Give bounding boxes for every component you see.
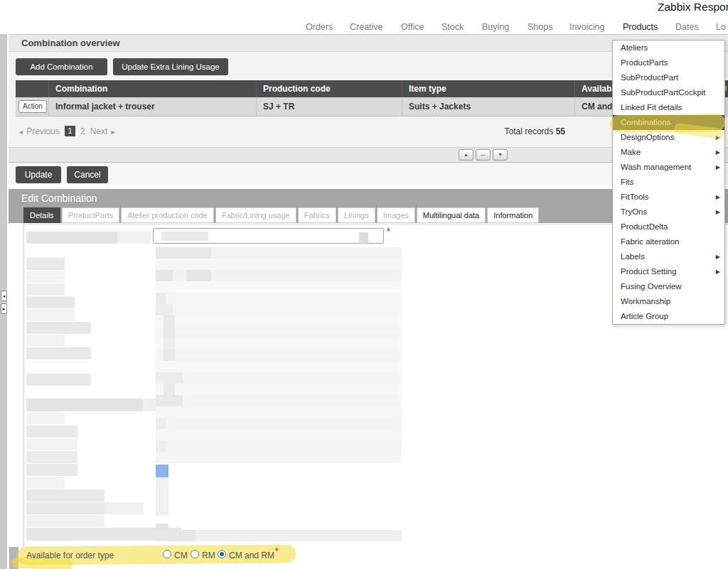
radio-cm-and-rm[interactable] bbox=[218, 550, 226, 558]
redacted-row bbox=[156, 293, 166, 304]
radio-cm-label[interactable]: CM bbox=[174, 551, 188, 560]
redacted-label bbox=[26, 347, 91, 359]
redacted-row bbox=[156, 259, 402, 270]
menu-item-subproductpart[interactable]: SubProductPart bbox=[613, 70, 724, 85]
menu-item-fittools[interactable]: FitTools▶ bbox=[613, 190, 724, 205]
menu-item-fabric-alteration[interactable]: Fabric alteration bbox=[613, 234, 724, 249]
redacted-label bbox=[26, 451, 77, 463]
redacted-label bbox=[26, 438, 77, 450]
submenu-arrow-icon: ▶ bbox=[716, 130, 720, 145]
redacted-label bbox=[26, 271, 65, 283]
redacted-row bbox=[156, 293, 402, 304]
nav-invoicing[interactable]: Invoicing bbox=[569, 22, 604, 32]
redacted-label bbox=[26, 296, 75, 308]
nav-logout[interactable]: Lo bbox=[716, 22, 726, 32]
redacted-label bbox=[26, 489, 105, 502]
radio-rm-label[interactable]: RM bbox=[202, 551, 215, 560]
redacted-row bbox=[156, 440, 166, 452]
redacted-row bbox=[156, 361, 402, 372]
menu-item-product-setting[interactable]: Product Setting▶ bbox=[613, 264, 724, 279]
tab-information[interactable]: Information bbox=[487, 207, 539, 223]
menu-item-designoptions[interactable]: DesignOptions▶ bbox=[613, 130, 724, 145]
tab-multilingual-data[interactable]: Multilingual data bbox=[417, 207, 486, 223]
menu-item-subproductpartcockpit[interactable]: SubProductPartCockpit bbox=[613, 85, 724, 100]
tab-linings: Linings bbox=[338, 207, 375, 223]
menu-item-workmanship[interactable]: Workmanship bbox=[613, 294, 724, 309]
submenu-arrow-icon: ▶ bbox=[716, 160, 720, 175]
prev-arrow-icon: ◄ bbox=[18, 129, 24, 136]
menu-item-labels[interactable]: Labels▶ bbox=[613, 249, 724, 264]
previous-page-link[interactable]: ◄ Previous bbox=[18, 126, 60, 136]
column-header-item-type: Item type bbox=[402, 80, 574, 97]
selected-cell[interactable] bbox=[156, 465, 168, 477]
page-1-current[interactable]: 1 bbox=[65, 126, 75, 136]
splitter-up-button[interactable]: ▲ bbox=[459, 149, 473, 161]
menu-item-linked-fit-details[interactable]: Linked Fit details bbox=[613, 100, 724, 115]
add-combination-button[interactable]: Add Combination bbox=[16, 58, 107, 75]
nav-stock[interactable]: Stock bbox=[441, 22, 464, 32]
menu-item-productparts[interactable]: ProductParts bbox=[613, 55, 724, 70]
menu-item-fusing-overview[interactable]: Fusing Overview bbox=[613, 279, 724, 294]
redacted-row bbox=[156, 270, 173, 281]
products-dropdown-menu: Ateliers ProductParts SubProductPart Sub… bbox=[612, 40, 725, 325]
menu-item-productdelta[interactable]: ProductDelta bbox=[613, 220, 724, 234]
collapse-icon: — bbox=[481, 152, 486, 157]
menu-item-wash-management[interactable]: Wash management▶ bbox=[613, 160, 724, 175]
menu-item-make[interactable]: Make▶ bbox=[613, 145, 724, 160]
menu-item-ateliers[interactable]: Ateliers bbox=[613, 40, 724, 55]
tab-images: Images bbox=[377, 207, 415, 223]
menu-item-tryons[interactable]: TryOns▶ bbox=[613, 205, 724, 220]
panel-collapse-left-button[interactable]: ◄ bbox=[1, 291, 7, 301]
radio-cm[interactable] bbox=[163, 550, 171, 558]
redacted-row bbox=[156, 395, 402, 406]
redacted-row bbox=[164, 315, 175, 327]
pagination: ◄ Previous 1 2 Next ► bbox=[18, 125, 117, 137]
right-arrow-icon: ► bbox=[2, 307, 6, 311]
required-marker: * bbox=[387, 227, 390, 237]
next-page-link[interactable]: Next ► bbox=[90, 126, 117, 136]
redacted-label bbox=[26, 232, 117, 244]
nav-creative[interactable]: Creative bbox=[350, 22, 383, 32]
total-records-label: Total records bbox=[505, 126, 554, 136]
nav-office[interactable]: Office bbox=[401, 22, 424, 32]
submenu-arrow-icon: ▶ bbox=[716, 264, 720, 279]
page-2-link[interactable]: 2 bbox=[80, 126, 85, 136]
radio-cm-and-rm-label[interactable]: CM and RM bbox=[229, 551, 274, 560]
tab-productparts: ProductParts bbox=[62, 207, 120, 223]
redacted-row bbox=[156, 384, 402, 395]
update-button[interactable]: Update bbox=[16, 166, 61, 183]
total-records: Total records 55 bbox=[505, 126, 565, 136]
redacted-row bbox=[164, 327, 175, 338]
panel-expand-right-button[interactable]: ► bbox=[1, 303, 7, 314]
edit-tabs: Details ProductParts Atelier production … bbox=[23, 207, 539, 223]
tab-fabrics: Fabrics bbox=[298, 207, 336, 223]
nav-shops[interactable]: Shops bbox=[528, 22, 552, 32]
redacted-row bbox=[156, 349, 402, 361]
nav-dates[interactable]: Dates bbox=[675, 22, 699, 32]
redacted-label bbox=[26, 502, 105, 514]
nav-products[interactable]: Products bbox=[623, 22, 658, 32]
total-records-value: 55 bbox=[556, 126, 565, 136]
update-extra-lining-usage-button[interactable]: Update Extra Lining Usage bbox=[113, 58, 228, 75]
tab-details[interactable]: Details bbox=[23, 207, 60, 223]
required-marker: * bbox=[275, 546, 279, 556]
action-button[interactable]: Action bbox=[18, 100, 47, 113]
splitter-collapse-button[interactable]: — bbox=[476, 149, 491, 161]
submenu-arrow-icon: ▶ bbox=[716, 249, 720, 264]
redacted-row bbox=[156, 304, 173, 315]
redacted-label bbox=[26, 515, 105, 527]
bottom-left-scroll-strip bbox=[9, 547, 18, 569]
redacted-label bbox=[26, 258, 65, 270]
nav-orders[interactable]: Orders bbox=[306, 22, 333, 32]
submenu-arrow-icon: ▶ bbox=[716, 205, 720, 220]
menu-item-fits[interactable]: Fits bbox=[613, 175, 724, 190]
cancel-button[interactable]: Cancel bbox=[67, 166, 108, 183]
radio-rm[interactable] bbox=[191, 550, 199, 558]
overview-title: Combination overview bbox=[21, 38, 120, 48]
menu-item-combinations[interactable]: Combinations bbox=[613, 115, 724, 130]
splitter-down-button[interactable]: ▼ bbox=[493, 149, 508, 161]
next-arrow-icon: ► bbox=[110, 129, 117, 136]
nav-buying[interactable]: Buying bbox=[482, 22, 509, 32]
submenu-arrow-icon: ▶ bbox=[716, 145, 720, 160]
menu-item-article-group[interactable]: Article Group bbox=[613, 309, 724, 324]
